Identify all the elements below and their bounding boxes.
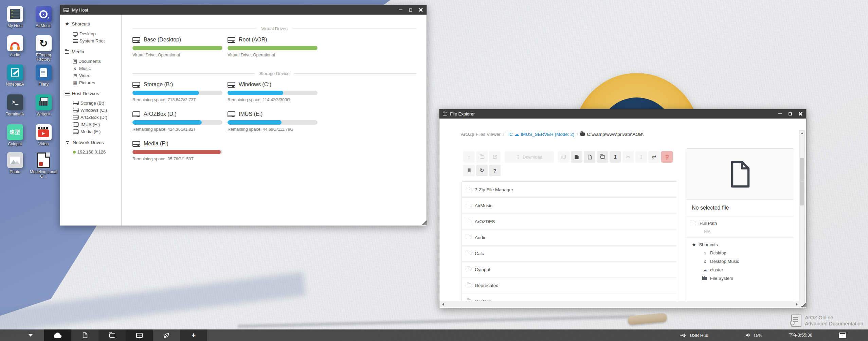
scroll-left-arrow[interactable] [440, 301, 446, 307]
breadcrumb-host[interactable]: TC☁IMUS_SERVER (Mode: 2) [507, 131, 575, 137]
sidebar-item-imus-e[interactable]: IMUS (E:) [65, 121, 121, 128]
sidebar-item-arozbox-d[interactable]: ArOZBox (D:) [65, 114, 121, 121]
new-file-button[interactable] [584, 151, 595, 163]
scroll-right-arrow[interactable] [794, 301, 799, 307]
maximize-button[interactable] [408, 7, 413, 12]
resize-grip[interactable] [422, 220, 427, 225]
horizontal-scrollbar[interactable] [439, 301, 800, 307]
taskbar-item-folder[interactable] [98, 329, 126, 341]
drive-icon [64, 8, 69, 12]
move-button[interactable]: ⇄ [648, 151, 660, 163]
help-button[interactable]: ? [489, 165, 501, 176]
breadcrumb: ArOZβ Files Viewer / TC☁IMUS_SERVER (Mod… [461, 131, 644, 137]
feather-icon [164, 333, 169, 338]
cut-button[interactable]: ✂ [622, 151, 634, 163]
bookmark-button[interactable] [463, 165, 475, 176]
close-button[interactable] [798, 111, 803, 116]
desktop-icon-my-host[interactable]: My Host [1, 6, 29, 28]
sidebar-item-music[interactable]: ♬Music [65, 65, 121, 72]
desktop-icon-airmusic[interactable]: ♪AirMusic [29, 6, 58, 28]
shortcut-cluster[interactable]: ☁cluster [686, 266, 794, 274]
shortcut-desktop[interactable]: ⌂Desktop [686, 249, 794, 257]
drive-entry-storage-b[interactable]: Storage (B:) Remaining space: 713.64G/2.… [132, 82, 228, 102]
file-row-audio[interactable]: Audio [462, 230, 677, 246]
vertical-scrollbar[interactable] [799, 130, 805, 308]
copy-button[interactable] [558, 151, 569, 163]
minimize-button[interactable] [398, 7, 403, 12]
breadcrumb-app[interactable]: ArOZβ Files Viewer [461, 132, 501, 137]
drive-icon [73, 122, 79, 127]
airmusic-icon: ♪ [36, 6, 52, 22]
open-new-window-button[interactable] [489, 151, 501, 163]
refresh-button[interactable]: ↻ [476, 165, 488, 176]
desktop-icon-terminala[interactable]: >_TerminalA [1, 94, 29, 116]
desktop-icon-video[interactable]: ▶Video [29, 124, 58, 146]
shortcut-desktop-music[interactable]: ♫Desktop Music [686, 257, 794, 266]
desktop-icon-cyinput[interactable]: 速型Cyinput [1, 124, 29, 146]
drive-entry-media-f[interactable]: Media (F:) Remaining space: 35.78G/1.53T [132, 141, 228, 161]
file-row-calc[interactable]: Calc [462, 246, 677, 262]
sidebar-item-documents[interactable]: Documents [65, 58, 121, 65]
desktop-icon-notepada[interactable]: NotepadA [1, 65, 29, 87]
sidebar-item-network-192-168-0-126[interactable]: 192.168.0.126 [65, 148, 121, 156]
sidebar-item-system-root[interactable]: System Root [65, 37, 121, 44]
scrollbar-thumb[interactable] [800, 158, 804, 205]
taskbar-item-drive[interactable] [126, 329, 153, 341]
scroll-up-arrow[interactable] [799, 131, 804, 136]
taskbar-item-file[interactable] [71, 329, 98, 341]
drive-entry-arozbox-d[interactable]: ArOZBox (D:) Remaining space: 424.36G/1.… [132, 111, 228, 132]
open-button[interactable] [476, 151, 488, 163]
music-note-icon: ♫ [702, 259, 707, 264]
drive-entry-windows-c[interactable]: Windows (C:) Remaining space: 114.42G/30… [228, 82, 323, 102]
upload-button[interactable]: ↥ [610, 151, 621, 163]
desktop-icon-ffmpeg-factory[interactable]: ↻FFmpeg Factory [29, 35, 58, 62]
new-folder-button[interactable] [597, 151, 608, 163]
taskbar-item-add[interactable]: + [180, 329, 207, 341]
sidebar-item-media-f[interactable]: Media (F:) [65, 128, 121, 135]
file-row-7zip[interactable]: 7-Zip File Manager [462, 182, 677, 198]
tray-usb[interactable]: USB Hub [680, 333, 708, 338]
resize-grip[interactable] [801, 303, 806, 307]
download-button[interactable]: ↧Download [505, 151, 554, 163]
sidebar-item-video[interactable]: ⊞Video [65, 72, 121, 79]
desktop-icon-modeling-doc[interactable]: Modeling Local G... [29, 152, 58, 179]
taskbar-collapse-arrow[interactable] [17, 329, 44, 341]
file-list: 7-Zip File Manager AirMusic ArOZDFS Audi… [462, 181, 677, 308]
my-host-titlebar[interactable]: My Host [60, 5, 427, 15]
file-row-cyinput[interactable]: Cyinput [462, 262, 677, 277]
desktop-icon-filary[interactable]: Filary [29, 65, 58, 87]
tray-clock[interactable]: 下午3:55:36 [789, 332, 812, 338]
taskbar-item-cloud[interactable] [44, 329, 71, 341]
sidebar-item-pictures[interactable]: ▦Pictures [65, 79, 121, 86]
stack-icon [65, 92, 70, 95]
paste-button[interactable] [571, 151, 582, 163]
sidebar-item-desktop[interactable]: Desktop [65, 30, 121, 37]
sidebar-item-windows-c[interactable]: Windows (C:) [65, 107, 121, 114]
drive-icon [132, 82, 140, 88]
desktop-icon-writera[interactable]: WriterA [29, 94, 58, 116]
tray-messages[interactable] [839, 333, 846, 338]
file-row-arozdfs[interactable]: ArOZDFS [462, 214, 677, 230]
maximize-button[interactable] [788, 111, 793, 116]
sidebar-item-storage-b[interactable]: Storage (B:) [65, 100, 121, 107]
close-button[interactable] [418, 7, 423, 12]
rename-button[interactable]: I [635, 151, 647, 163]
desktop-icon-photo[interactable]: Photo [1, 152, 29, 174]
shortcut-file-system[interactable]: File System [686, 274, 794, 283]
file-row-deprecated[interactable]: Deprecated [462, 277, 677, 293]
go-up-button[interactable]: ↑ [463, 151, 475, 163]
star-icon: ★ [692, 242, 696, 247]
taskbar-item-feather[interactable] [153, 329, 180, 341]
breadcrumb-path[interactable]: C:\wamp\www\private\AOB\ [580, 132, 644, 137]
delete-button[interactable] [661, 151, 673, 163]
drive-entry-imus-e[interactable]: IMUS (E:) Remaining space: 44.69G/111.79… [228, 111, 323, 132]
desktop-icon-audio[interactable]: Audio [1, 35, 29, 57]
no-selected-file-title: No selected file [686, 200, 794, 216]
minimize-button[interactable] [778, 111, 782, 116]
file-row-airmusic[interactable]: AirMusic [462, 198, 677, 214]
tray-volume[interactable]: 15% [746, 333, 762, 338]
drive-entry-base[interactable]: Base (Desktop) Virtual Drive, Operationa… [132, 37, 228, 57]
sidebar-header-media: Media [65, 49, 121, 54]
drive-entry-root[interactable]: Root (AOR) Virtual Drive, Operational [228, 37, 323, 57]
file-explorer-titlebar[interactable]: File Explorer [439, 109, 806, 119]
